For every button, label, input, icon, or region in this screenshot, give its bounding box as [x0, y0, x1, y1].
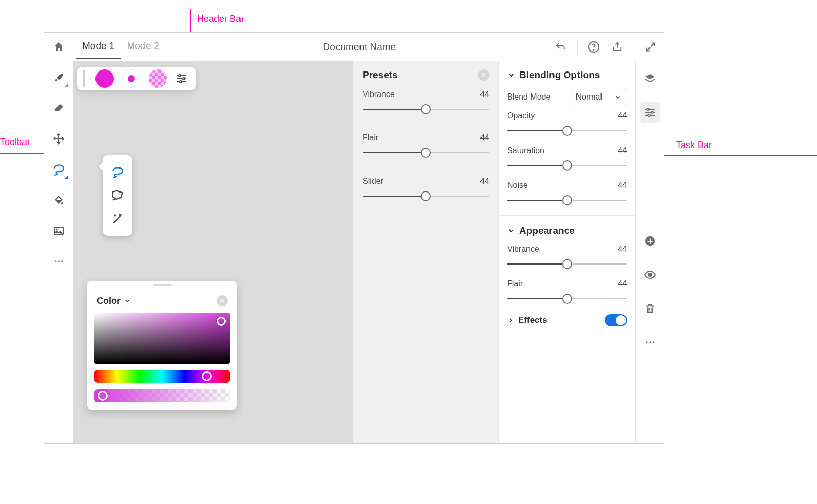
svg-point-1 [593, 49, 594, 50]
color-swatch-texture[interactable] [149, 69, 167, 88]
help-icon[interactable] [587, 40, 601, 54]
saturation-value-field[interactable] [94, 313, 230, 364]
alt-tool-wand[interactable] [107, 207, 128, 231]
mode-tabs: Mode 1 Mode 2 [76, 34, 165, 59]
delete-task[interactable] [640, 298, 660, 319]
hue-slider[interactable] [94, 370, 230, 383]
svg-point-15 [648, 273, 652, 276]
slider-label: Noise [507, 181, 528, 190]
slider-thumb[interactable] [421, 104, 431, 114]
slider-label: Flair [363, 133, 378, 142]
opacity-slider-row: Opacity 44 [507, 111, 627, 136]
blend-mode-label: Blend Mode [507, 92, 550, 102]
color-panel-title-label: Color [97, 296, 121, 306]
header-actions [554, 40, 658, 54]
color-swatch-small[interactable] [122, 69, 140, 88]
alpha-slider[interactable] [94, 389, 230, 402]
header-bar: Mode 1 Mode 2 Document Name [44, 33, 664, 61]
move-tool[interactable] [49, 129, 69, 149]
mode-tab-1[interactable]: Mode 1 [76, 34, 121, 59]
alt-tool-lasso[interactable] [107, 160, 128, 184]
slider-value: 44 [618, 111, 627, 121]
slider[interactable] [363, 104, 489, 114]
svg-point-6 [58, 260, 60, 262]
slider-thumb[interactable] [421, 191, 431, 201]
effects-row: Effects [507, 314, 627, 326]
undo-icon[interactable] [554, 40, 568, 54]
flyout-indicator [65, 84, 68, 87]
slider[interactable] [507, 294, 627, 304]
slider[interactable] [363, 148, 489, 158]
chevron-right-icon [507, 317, 514, 324]
lasso-tool[interactable] [49, 159, 69, 180]
slider-thumb[interactable] [562, 160, 572, 171]
close-icon[interactable]: ✕ [217, 295, 228, 306]
color-panel: Color ✕ [87, 281, 237, 410]
alpha-thumb[interactable] [98, 391, 108, 401]
blending-section-header[interactable]: Blending Options [507, 69, 627, 81]
slider-thumb[interactable] [421, 148, 431, 158]
more-task[interactable] [640, 332, 660, 352]
svg-point-2 [61, 202, 63, 204]
canvas-area[interactable]: Color ✕ [73, 61, 353, 443]
app-window: Mode 1 Mode 2 Document Name [44, 32, 664, 444]
appearance-title: Appearance [519, 225, 575, 236]
slider[interactable] [507, 160, 627, 171]
effects-section-header[interactable]: Effects [507, 315, 547, 325]
toggle-knob [616, 315, 626, 325]
svg-point-5 [54, 260, 56, 262]
chevron-down-icon [507, 71, 515, 79]
svg-point-10 [180, 81, 182, 83]
slider-thumb[interactable] [562, 294, 572, 304]
fullscreen-icon[interactable] [643, 40, 658, 54]
drag-handle[interactable] [83, 70, 85, 87]
properties-panel: Blending Options Blend Mode Normal Opaci… [498, 61, 635, 443]
app-body: Color ✕ Presets ✕ [44, 61, 664, 443]
slider-thumb[interactable] [562, 126, 572, 136]
svg-point-8 [179, 75, 181, 77]
drag-handle[interactable] [153, 284, 172, 286]
slider-label: Saturation [507, 146, 544, 155]
effects-toggle[interactable] [605, 314, 627, 326]
mode-tab-2[interactable]: Mode 2 [121, 34, 165, 59]
slider-thumb[interactable] [562, 259, 572, 269]
slider[interactable] [363, 191, 489, 201]
add-task[interactable] [640, 231, 660, 251]
color-swatch-solid[interactable] [95, 69, 114, 88]
divider [499, 215, 635, 216]
image-tool[interactable] [49, 221, 69, 241]
layers-task[interactable] [640, 68, 660, 89]
share-icon[interactable] [610, 40, 624, 54]
sliders-icon[interactable] [174, 71, 189, 86]
svg-point-16 [645, 341, 647, 343]
appearance-section-header[interactable]: Appearance [507, 225, 627, 236]
close-icon[interactable]: ✕ [478, 69, 489, 81]
home-icon[interactable] [51, 39, 67, 55]
slider-thumb[interactable] [562, 195, 572, 205]
slider-value: 44 [480, 133, 489, 142]
slider-value: 44 [480, 177, 489, 186]
svg-point-12 [651, 111, 653, 113]
alt-tool-poly-lasso[interactable] [107, 184, 128, 207]
slider[interactable] [507, 259, 627, 269]
toolbar [44, 61, 73, 443]
visibility-task[interactable] [640, 265, 660, 285]
brush-tool[interactable] [49, 67, 69, 88]
settings-task[interactable] [640, 102, 660, 123]
divider [363, 124, 489, 124]
eraser-tool[interactable] [49, 98, 69, 118]
blend-mode-select[interactable]: Normal [570, 89, 627, 105]
hue-thumb[interactable] [202, 371, 212, 381]
svg-point-4 [56, 229, 57, 230]
sv-thumb[interactable] [217, 317, 226, 326]
svg-point-17 [649, 341, 651, 343]
more-tool[interactable] [49, 251, 69, 272]
presets-panel: Presets ✕ Vibrance 44 Flair 44 [353, 61, 498, 443]
slider[interactable] [507, 126, 627, 136]
blending-title: Blending Options [519, 69, 600, 81]
preset-slider-slider: Slider 44 [363, 177, 489, 201]
divider [577, 40, 578, 54]
bucket-tool[interactable] [49, 190, 69, 210]
color-panel-title[interactable]: Color [97, 296, 131, 306]
slider[interactable] [507, 195, 627, 205]
